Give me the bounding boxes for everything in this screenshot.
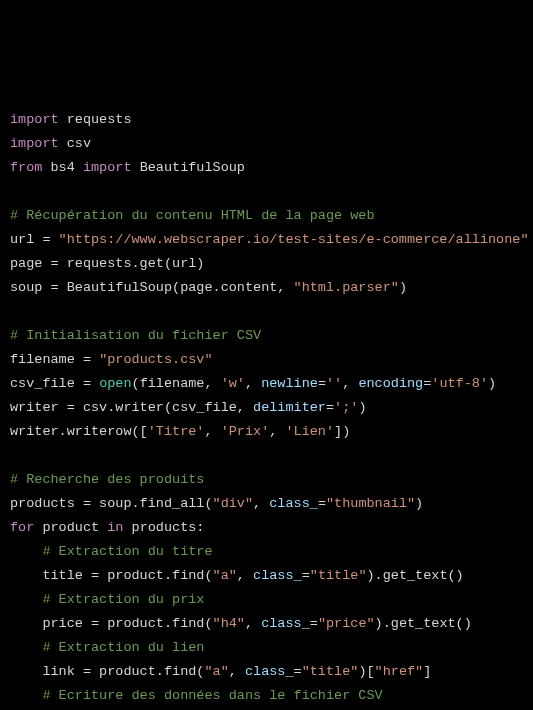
code-token: 'utf-8' — [431, 376, 488, 391]
code-token: ]) — [334, 424, 350, 439]
code-token: newline — [261, 376, 318, 391]
code-token: from — [10, 160, 42, 175]
code-token: # Extraction du prix — [42, 592, 204, 607]
code-token: "div" — [213, 496, 254, 511]
code-token: import — [10, 136, 59, 151]
code-token: # Extraction du lien — [42, 640, 204, 655]
code-token: , — [245, 616, 261, 631]
code-token: "a" — [213, 568, 237, 583]
code-token: requests — [59, 112, 132, 127]
code-token: # Ecriture des données dans le fichier C… — [42, 688, 382, 703]
code-token: "products.csv" — [99, 352, 212, 367]
code-token: ).get_text() — [367, 568, 464, 583]
code-token: , — [253, 496, 269, 511]
code-token: csv — [59, 136, 91, 151]
code-token: , — [269, 424, 285, 439]
code-token: filename = — [10, 352, 99, 367]
code-token: # Recherche des produits — [10, 472, 204, 487]
code-token: # Extraction du titre — [42, 544, 212, 559]
code-token: (filename, — [132, 376, 221, 391]
code-token: = — [318, 496, 326, 511]
code-token: 'Titre' — [148, 424, 205, 439]
code-token: = — [326, 400, 334, 415]
code-token: ] — [423, 664, 431, 679]
code-token: '' — [326, 376, 342, 391]
code-token: "title" — [310, 568, 367, 583]
code-token: page = requests.get(url) — [10, 256, 204, 271]
code-token: delimiter — [253, 400, 326, 415]
code-token: # Récupération du contenu HTML de la pag… — [10, 208, 375, 223]
code-token: 'w' — [221, 376, 245, 391]
code-token: csv_file = — [10, 376, 99, 391]
code-token — [10, 592, 42, 607]
code-token: class_ — [245, 664, 294, 679]
code-token: ) — [358, 400, 366, 415]
code-token: ) — [488, 376, 496, 391]
code-token: "thumbnail" — [326, 496, 415, 511]
code-token: , — [237, 568, 253, 583]
code-token: soup = BeautifulSoup(page.content, — [10, 280, 294, 295]
code-token: ';' — [334, 400, 358, 415]
code-token: 'Prix' — [221, 424, 270, 439]
code-token: class_ — [253, 568, 302, 583]
code-token: "html.parser" — [294, 280, 399, 295]
code-block: import requests import csv from bs4 impo… — [10, 108, 523, 710]
code-token — [10, 544, 42, 559]
code-token: products: — [123, 520, 204, 535]
code-token: ) — [399, 280, 407, 295]
code-token: , — [204, 424, 220, 439]
code-token: "a" — [204, 664, 228, 679]
code-token: price = product.find( — [10, 616, 213, 631]
code-token: writer = csv.writer(csv_file, — [10, 400, 253, 415]
code-token: ) — [415, 496, 423, 511]
code-token: "href" — [375, 664, 424, 679]
code-token: ).get_text() — [375, 616, 472, 631]
code-token: BeautifulSoup — [132, 160, 245, 175]
code-token: = — [294, 664, 302, 679]
code-token: "title" — [302, 664, 359, 679]
code-token: = — [318, 376, 326, 391]
code-token: for — [10, 520, 34, 535]
code-token: , — [229, 664, 245, 679]
code-token: class_ — [269, 496, 318, 511]
code-token: )[ — [358, 664, 374, 679]
code-token: , — [245, 376, 261, 391]
code-token: , — [342, 376, 358, 391]
code-token: = — [302, 568, 310, 583]
code-token — [10, 688, 42, 703]
code-token — [10, 640, 42, 655]
code-token: "price" — [318, 616, 375, 631]
code-token: url = — [10, 232, 59, 247]
code-token: encoding — [358, 376, 423, 391]
code-token: product — [34, 520, 107, 535]
code-token: "h4" — [213, 616, 245, 631]
code-token: in — [107, 520, 123, 535]
code-token: = — [310, 616, 318, 631]
code-token: title = product.find( — [10, 568, 213, 583]
code-token: import — [83, 160, 132, 175]
code-token: class_ — [261, 616, 310, 631]
code-token: # Initialisation du fichier CSV — [10, 328, 261, 343]
code-token: import — [10, 112, 59, 127]
code-token: writer.writerow([ — [10, 424, 148, 439]
code-token: 'Lien' — [285, 424, 334, 439]
code-token: products = soup.find_all( — [10, 496, 213, 511]
code-token: "https://www.webscraper.io/test-sites/e-… — [59, 232, 529, 247]
code-token: open — [99, 376, 131, 391]
code-token: bs4 — [42, 160, 83, 175]
code-token: link = product.find( — [10, 664, 204, 679]
